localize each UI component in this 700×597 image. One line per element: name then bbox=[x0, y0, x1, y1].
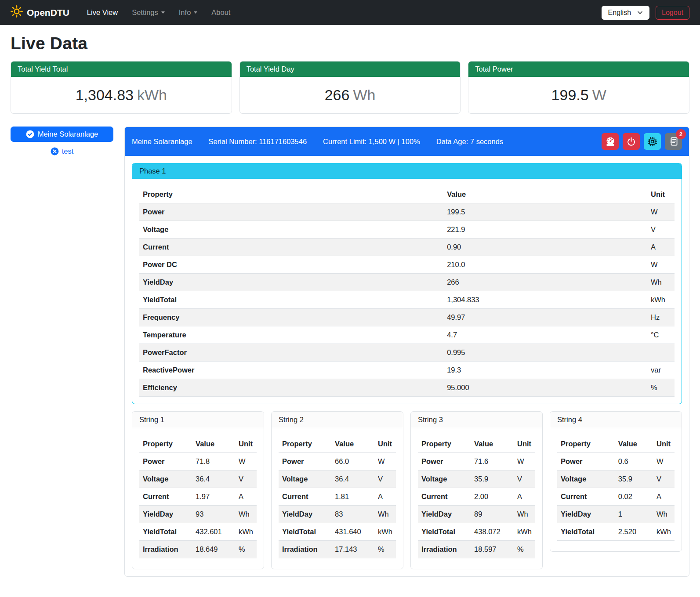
table-row: Current0.02A bbox=[557, 488, 675, 506]
unit-cell: var bbox=[647, 362, 675, 379]
total-power-card: Total Power 199.5W bbox=[468, 61, 689, 114]
inverter-button-test[interactable]: test bbox=[47, 145, 77, 157]
value-cell: 438.072 bbox=[471, 523, 512, 541]
unit-cell bbox=[647, 344, 675, 362]
phase-card-title: Phase 1 bbox=[132, 163, 682, 179]
string-card-body: Property Value Unit Power71.6WVoltage35.… bbox=[411, 428, 542, 569]
nav-item-about[interactable]: About bbox=[205, 5, 236, 20]
table-row: YieldTotal432.601kWh bbox=[139, 523, 257, 541]
phase-1-card: Phase 1 Property Value Unit Power199.5WV… bbox=[132, 163, 682, 404]
property-cell: Irradiation bbox=[279, 541, 331, 558]
power-icon bbox=[627, 137, 636, 146]
current-limit: Current Limit: 1,500 W | 100% bbox=[323, 137, 420, 146]
chevron-down-icon bbox=[637, 10, 643, 15]
nav-item-info[interactable]: Info bbox=[173, 5, 204, 20]
string-card-body: Property Value Unit Power71.8WVoltage36.… bbox=[132, 428, 264, 569]
value-cell: 71.8 bbox=[192, 453, 233, 470]
speedometer-icon bbox=[606, 137, 615, 146]
value-cell: 18.597 bbox=[471, 541, 512, 558]
column-header-property: Property bbox=[139, 186, 443, 203]
unit-cell: A bbox=[233, 488, 257, 506]
unit-cell: W bbox=[651, 453, 675, 470]
string-4-card: String 4 Property Value Unit bbox=[550, 411, 682, 552]
brand-label: OpenDTU bbox=[27, 7, 69, 18]
brand[interactable]: OpenDTU bbox=[11, 5, 69, 20]
total-power-value: 199.5 bbox=[551, 87, 589, 103]
limit-settings-button[interactable] bbox=[602, 133, 619, 150]
column-header-property: Property bbox=[139, 435, 192, 453]
unit-cell: V bbox=[647, 221, 675, 239]
table-row: Power DC210.0W bbox=[139, 256, 675, 274]
logout-button[interactable]: Logout bbox=[656, 6, 689, 20]
table-row: YieldDay266Wh bbox=[139, 274, 675, 291]
value-cell: 93 bbox=[192, 506, 233, 523]
property-cell: Voltage bbox=[279, 470, 331, 488]
unit-cell: % bbox=[233, 541, 257, 558]
value-cell: 83 bbox=[331, 506, 373, 523]
inverter-selector-sidebar: Meine Solaranlage test bbox=[11, 127, 113, 157]
value-cell: 35.9 bbox=[615, 470, 651, 488]
unit-cell: Wh bbox=[651, 506, 675, 523]
unit-cell: W bbox=[647, 256, 675, 274]
value-cell: 95.000 bbox=[443, 379, 647, 397]
value-cell: 89 bbox=[471, 506, 512, 523]
value-cell: 18.649 bbox=[192, 541, 233, 558]
unit-cell: kWh bbox=[512, 523, 535, 541]
table-row: Voltage36.4V bbox=[139, 470, 257, 488]
property-cell: YieldDay bbox=[418, 506, 471, 523]
string-1-card: String 1 Property Value Unit bbox=[132, 411, 264, 569]
table-row: Voltage36.4V bbox=[279, 470, 396, 488]
unit-cell: kWh bbox=[233, 523, 257, 541]
property-cell: Frequency bbox=[139, 309, 443, 326]
value-cell: 266 bbox=[443, 274, 647, 291]
property-cell: Current bbox=[557, 488, 615, 506]
property-cell: Irradiation bbox=[418, 541, 471, 558]
unit-cell: Hz bbox=[647, 309, 675, 326]
x-circle-icon bbox=[51, 147, 59, 156]
string-card-title: String 3 bbox=[411, 412, 542, 428]
table-row: YieldTotal438.072kWh bbox=[418, 523, 535, 541]
unit-cell: A bbox=[651, 488, 675, 506]
property-cell: YieldDay bbox=[279, 506, 331, 523]
power-button[interactable] bbox=[623, 133, 640, 150]
sun-icon bbox=[11, 5, 23, 20]
total-power-unit: W bbox=[592, 87, 606, 103]
value-cell: 1 bbox=[615, 506, 651, 523]
string-4-table: Property Value Unit Power0.6WVoltage35.9… bbox=[557, 435, 675, 541]
language-select[interactable]: English bbox=[602, 6, 649, 20]
property-cell: ReactivePower bbox=[139, 362, 443, 379]
unit-cell: V bbox=[512, 470, 535, 488]
device-info-button[interactable] bbox=[644, 133, 661, 150]
value-cell: 0.02 bbox=[615, 488, 651, 506]
column-header-property: Property bbox=[557, 435, 615, 453]
value-cell: 1.97 bbox=[192, 488, 233, 506]
property-cell: Current bbox=[139, 488, 192, 506]
table-row: Irradiation18.649% bbox=[139, 541, 257, 558]
unit-cell: Wh bbox=[373, 506, 396, 523]
card-title: Total Yield Total bbox=[11, 62, 232, 77]
nav-item-settings[interactable]: Settings bbox=[126, 5, 171, 20]
column-header-value: Value bbox=[331, 435, 373, 453]
phase-card-body: Property Value Unit Power199.5WVoltage22… bbox=[132, 179, 682, 404]
value-cell: 71.6 bbox=[471, 453, 512, 470]
event-log-button[interactable]: 2 bbox=[665, 133, 682, 150]
table-row: Voltage221.9V bbox=[139, 221, 675, 239]
column-header-value: Value bbox=[192, 435, 233, 453]
total-yield-day-card: Total Yield Day 266Wh bbox=[239, 61, 461, 114]
value-cell: 4.7 bbox=[443, 326, 647, 344]
unit-cell: % bbox=[373, 541, 396, 558]
nav-item-live-view[interactable]: Live View bbox=[81, 5, 124, 20]
property-cell: YieldDay bbox=[139, 274, 443, 291]
table-header-row: Property Value Unit bbox=[139, 186, 675, 203]
inverter-button-selected[interactable]: Meine Solaranlage bbox=[11, 127, 113, 142]
value-cell: 2.520 bbox=[615, 523, 651, 541]
summary-cards-row: Total Yield Total 1,304.83kWh Total Yiel… bbox=[11, 61, 689, 114]
total-yield-total-value: 1,304.83 bbox=[76, 87, 134, 103]
property-cell: Power bbox=[139, 203, 443, 221]
card-body: 266Wh bbox=[240, 77, 461, 113]
journal-text-icon bbox=[669, 137, 678, 146]
unit-cell: A bbox=[373, 488, 396, 506]
string-3-card: String 3 Property Value Unit bbox=[410, 411, 543, 569]
table-row: YieldDay93Wh bbox=[139, 506, 257, 523]
property-cell: Power bbox=[279, 453, 331, 470]
